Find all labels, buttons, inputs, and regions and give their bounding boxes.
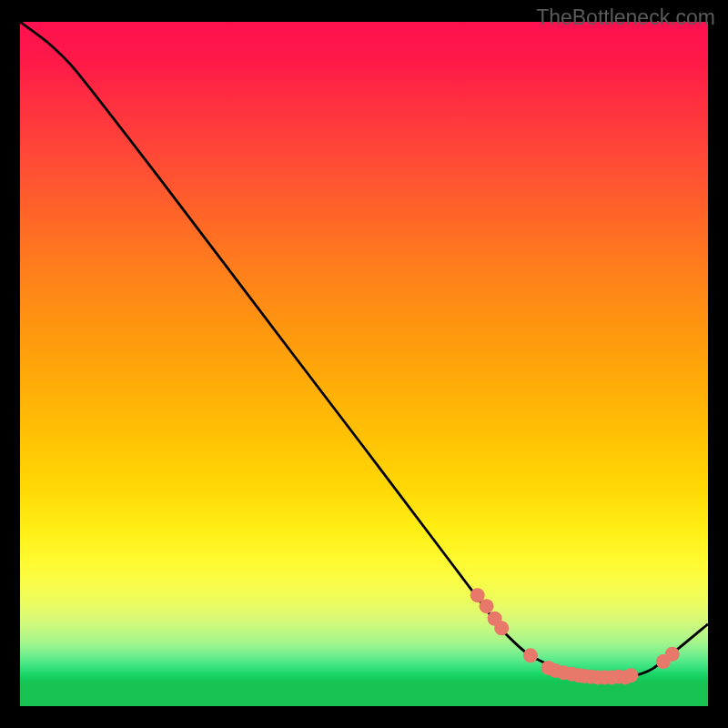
data-marker — [665, 647, 680, 662]
plot-area — [20, 22, 708, 706]
chart-svg — [20, 22, 708, 706]
data-marker — [623, 668, 638, 682]
data-marker — [523, 648, 538, 662]
data-marker — [480, 599, 494, 613]
bottleneck-curve — [20, 22, 708, 678]
curve-layer — [20, 22, 708, 678]
data-marker — [494, 621, 509, 635]
watermark-text: TheBottleneck.com — [536, 5, 715, 30]
